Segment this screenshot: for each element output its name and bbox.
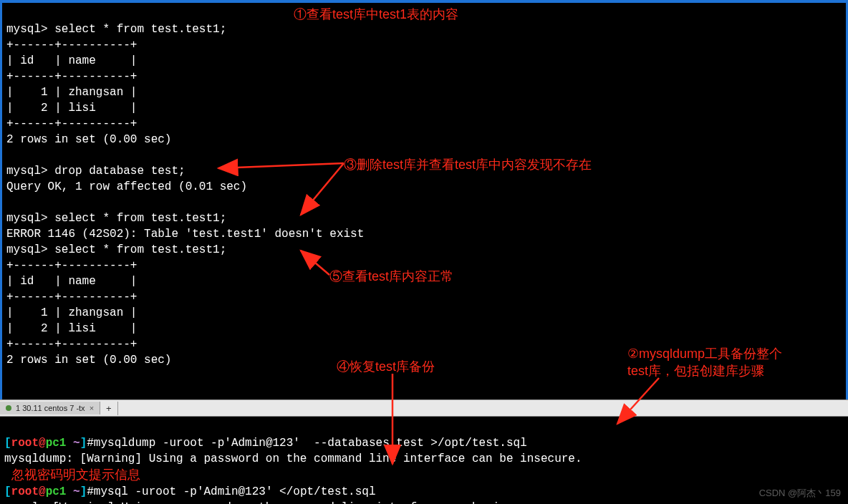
prompt-user: root: [11, 437, 39, 450]
prompt-user: root: [11, 485, 39, 498]
terminal-line: | id | name |: [6, 54, 137, 67]
terminal-line: 2 rows in set (0.00 sec): [6, 133, 171, 146]
status-dot-icon: [6, 405, 11, 411]
terminal-line: | 1 | zhangsan |: [6, 86, 137, 99]
add-tab-button[interactable]: +: [100, 402, 118, 415]
watermark: CSDN @阿杰丶159: [759, 487, 841, 500]
prompt-tilde: ~: [73, 485, 80, 498]
terminal-line: | 1 | zhangsan |: [6, 306, 137, 319]
terminal-line: +------+----------+: [6, 338, 137, 351]
prompt-at: @: [39, 437, 46, 450]
close-icon[interactable]: ×: [90, 404, 94, 412]
tab-session-1[interactable]: 1 30.11 centos 7 -tx ×: [0, 402, 100, 415]
shell-terminal-pane[interactable]: [root@pc1 ~]#mysqldump -uroot -p'Admin@1…: [0, 417, 848, 504]
terminal-line: mysql> select * from test.test1;: [6, 243, 226, 256]
tab-strip: 1 30.11 centos 7 -tx × +: [0, 399, 848, 417]
prompt-host: pc1: [46, 437, 73, 450]
prompt-host: pc1: [46, 485, 73, 498]
terminal-line: mysql> select * from test.test1;: [6, 23, 226, 36]
command-mysql-restore: mysql -uroot -p'Admin@123' </opt/test.sq…: [94, 485, 376, 498]
tab-label: 1 30.11 centos 7 -tx: [16, 404, 85, 412]
terminal-line: +------+----------+: [6, 70, 137, 83]
warning-line: mysql: [Warning] Using a password on the…: [4, 501, 554, 504]
prompt-tilde: ~: [73, 437, 80, 450]
terminal-line: | id | name |: [6, 275, 137, 288]
terminal-line: mysql> select * from test.test1;: [6, 212, 226, 225]
mysql-terminal-pane[interactable]: mysql> select * from test.test1; +------…: [0, 0, 848, 399]
terminal-line: 2 rows in set (0.00 sec): [6, 354, 171, 367]
command-mysqldump: mysqldump -uroot -p'Admin@123' --databas…: [94, 437, 527, 450]
prompt-bracket-close: ]: [80, 437, 87, 450]
prompt-at: @: [39, 485, 46, 498]
terminal-line: | 2 | lisi |: [6, 322, 137, 335]
terminal-line: +------+----------+: [6, 291, 137, 304]
terminal-line: | 2 | lisi |: [6, 102, 137, 115]
prompt-bracket-close: ]: [80, 485, 87, 498]
prompt-hash: #: [87, 437, 94, 450]
terminal-line: +------+----------+: [6, 259, 137, 272]
prompt-bracket-open: [: [4, 485, 11, 498]
prompt-hash: #: [87, 485, 94, 498]
prompt-bracket-open: [: [4, 437, 11, 450]
terminal-line: +------+----------+: [6, 39, 137, 52]
warning-line: mysqldump: [Warning] Using a password on…: [4, 452, 582, 465]
red-annotation-ignore-password: 忽视密码明文提示信息: [4, 467, 140, 482]
terminal-line: +------+----------+: [6, 117, 137, 130]
terminal-line: Query OK, 1 row affected (0.01 sec): [6, 180, 247, 193]
terminal-line: ERROR 1146 (42S02): Table 'test.test1' d…: [6, 228, 364, 241]
terminal-line: mysql> drop database test;: [6, 165, 186, 178]
